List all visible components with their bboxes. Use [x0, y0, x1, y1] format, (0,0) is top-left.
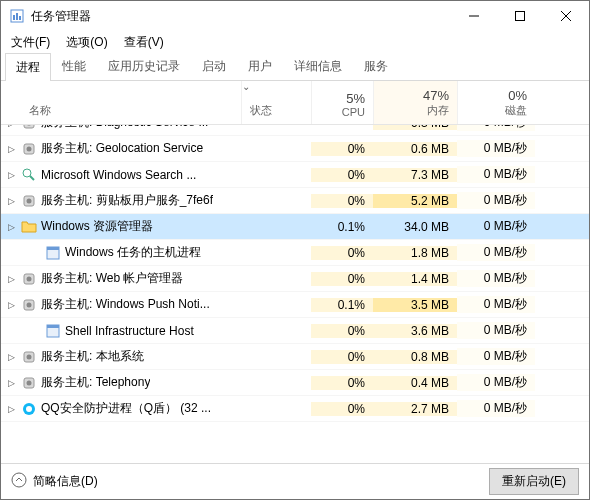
expander-icon[interactable]: ▷ [5, 274, 17, 284]
expander-icon[interactable]: ▷ [5, 352, 17, 362]
cell-disk: 0 MB/秒 [457, 166, 535, 183]
svg-rect-23 [47, 325, 59, 328]
table-row[interactable]: ▷Microsoft Windows Search ...0%7.3 MB0 M… [1, 162, 589, 188]
process-icon [21, 219, 37, 235]
process-name: Shell Infrastructure Host [65, 324, 194, 338]
cell-memory: 7.3 MB [373, 168, 457, 182]
process-name: 服务主机: Diagnostic Service ... [41, 125, 208, 131]
tab[interactable]: 启动 [191, 52, 237, 80]
svg-point-11 [27, 146, 32, 151]
col-name[interactable]: 名称 [1, 81, 241, 124]
cell-disk: 0 MB/秒 [457, 218, 535, 235]
svg-rect-17 [47, 247, 59, 250]
table-row[interactable]: ▷服务主机: 剪贴板用户服务_7fe6f0%5.2 MB0 MB/秒 [1, 188, 589, 214]
cell-disk: 0 MB/秒 [457, 374, 535, 391]
process-icon [21, 125, 37, 131]
table-row[interactable]: ▷服务主机: Geolocation Service0%0.6 MB0 MB/秒 [1, 136, 589, 162]
cell-cpu: 0.1% [311, 298, 373, 312]
minimize-button[interactable] [451, 1, 497, 31]
table-row[interactable]: ▷服务主机: Diagnostic Service ...0.3 MB0 MB/… [1, 125, 589, 136]
cell-memory: 3.6 MB [373, 324, 457, 338]
cell-cpu: 0% [311, 376, 373, 390]
cell-cpu: 0% [311, 324, 373, 338]
cell-memory: 0.8 MB [373, 350, 457, 364]
table-row[interactable]: ▷服务主机: Telephony0%0.4 MB0 MB/秒 [1, 370, 589, 396]
cell-memory: 0.4 MB [373, 376, 457, 390]
cell-memory: 3.5 MB [373, 298, 457, 312]
cell-disk: 0 MB/秒 [457, 140, 535, 157]
svg-point-29 [26, 406, 32, 412]
menu-item[interactable]: 查看(V) [120, 32, 168, 53]
footer: 简略信息(D) 重新启动(E) [1, 463, 589, 499]
expander-icon[interactable]: ▷ [5, 300, 17, 310]
tab[interactable]: 性能 [51, 52, 97, 80]
col-memory[interactable]: 47%内存 [373, 81, 457, 124]
table-row[interactable]: ▷服务主机: 本地系统0%0.8 MB0 MB/秒 [1, 344, 589, 370]
process-name: QQ安全防护进程（Q盾） (32 ... [41, 400, 211, 417]
table-row[interactable]: ▷服务主机: Web 帐户管理器0%1.4 MB0 MB/秒 [1, 266, 589, 292]
process-icon [21, 271, 37, 287]
expander-icon[interactable]: ▷ [5, 170, 17, 180]
col-disk[interactable]: 0%磁盘 [457, 81, 535, 124]
table-row[interactable]: ▷QQ安全防护进程（Q盾） (32 ...0%2.7 MB0 MB/秒 [1, 396, 589, 422]
tab[interactable]: 服务 [353, 52, 399, 80]
cell-memory: 5.2 MB [373, 194, 457, 208]
table-row[interactable]: ▷服务主机: Windows Push Noti...0.1%3.5 MB0 M… [1, 292, 589, 318]
cell-disk: 0 MB/秒 [457, 348, 535, 365]
table-row[interactable]: ▷Windows 资源管理器0.1%34.0 MB0 MB/秒 [1, 214, 589, 240]
process-icon [21, 349, 37, 365]
menu-item[interactable]: 文件(F) [7, 32, 54, 53]
expander-icon[interactable]: ▷ [5, 404, 17, 414]
app-icon [9, 8, 25, 24]
process-icon [21, 193, 37, 209]
expander-icon[interactable]: ▷ [5, 125, 17, 128]
expander-icon[interactable]: ▷ [5, 144, 17, 154]
process-name: Windows 任务的主机进程 [65, 244, 201, 261]
process-name: Windows 资源管理器 [41, 218, 153, 235]
restart-button[interactable]: 重新启动(E) [489, 468, 579, 495]
col-status[interactable]: 状态 [241, 81, 311, 124]
titlebar: 任务管理器 [1, 1, 589, 31]
svg-point-19 [27, 276, 32, 281]
svg-rect-1 [13, 15, 15, 20]
column-headers: ⌄ 名称 状态 5%CPU 47%内存 0%磁盘 [1, 81, 589, 125]
close-button[interactable] [543, 1, 589, 31]
process-icon [21, 297, 37, 313]
tab[interactable]: 应用历史记录 [97, 52, 191, 80]
cell-cpu: 0.1% [311, 220, 373, 234]
tab[interactable]: 用户 [237, 52, 283, 80]
menubar: 文件(F)选项(O)查看(V) [1, 31, 589, 53]
table-row[interactable]: Shell Infrastructure Host0%3.6 MB0 MB/秒 [1, 318, 589, 344]
process-grid: ⌄ 名称 状态 5%CPU 47%内存 0%磁盘 ▷服务主机: Diagnost… [1, 81, 589, 463]
process-name: 服务主机: 本地系统 [41, 348, 144, 365]
process-name: 服务主机: Web 帐户管理器 [41, 270, 183, 287]
cell-cpu: 0% [311, 246, 373, 260]
expander-icon[interactable]: ▷ [5, 196, 17, 206]
svg-rect-8 [24, 125, 34, 128]
menu-item[interactable]: 选项(O) [62, 32, 111, 53]
process-icon [21, 167, 37, 183]
expander-icon[interactable]: ▷ [5, 222, 17, 232]
svg-point-12 [23, 169, 31, 177]
table-row[interactable]: Windows 任务的主机进程0%1.8 MB0 MB/秒 [1, 240, 589, 266]
cell-memory: 1.4 MB [373, 272, 457, 286]
cell-memory: 0.3 MB [373, 125, 457, 130]
cell-disk: 0 MB/秒 [457, 322, 535, 339]
cell-disk: 0 MB/秒 [457, 270, 535, 287]
tab[interactable]: 进程 [5, 53, 51, 81]
fewer-details-button[interactable]: 简略信息(D) [11, 472, 98, 491]
window-title: 任务管理器 [31, 8, 451, 25]
col-cpu[interactable]: 5%CPU [311, 81, 373, 124]
tab[interactable]: 详细信息 [283, 52, 353, 80]
expander-icon[interactable]: ▷ [5, 378, 17, 388]
process-icon [21, 141, 37, 157]
process-list[interactable]: ▷服务主机: Diagnostic Service ...0.3 MB0 MB/… [1, 125, 589, 463]
cell-cpu: 0% [311, 168, 373, 182]
svg-rect-5 [516, 12, 525, 21]
process-name: 服务主机: Telephony [41, 374, 150, 391]
cell-cpu: 0% [311, 350, 373, 364]
svg-point-25 [27, 354, 32, 359]
cell-cpu: 0% [311, 194, 373, 208]
maximize-button[interactable] [497, 1, 543, 31]
cell-disk: 0 MB/秒 [457, 296, 535, 313]
